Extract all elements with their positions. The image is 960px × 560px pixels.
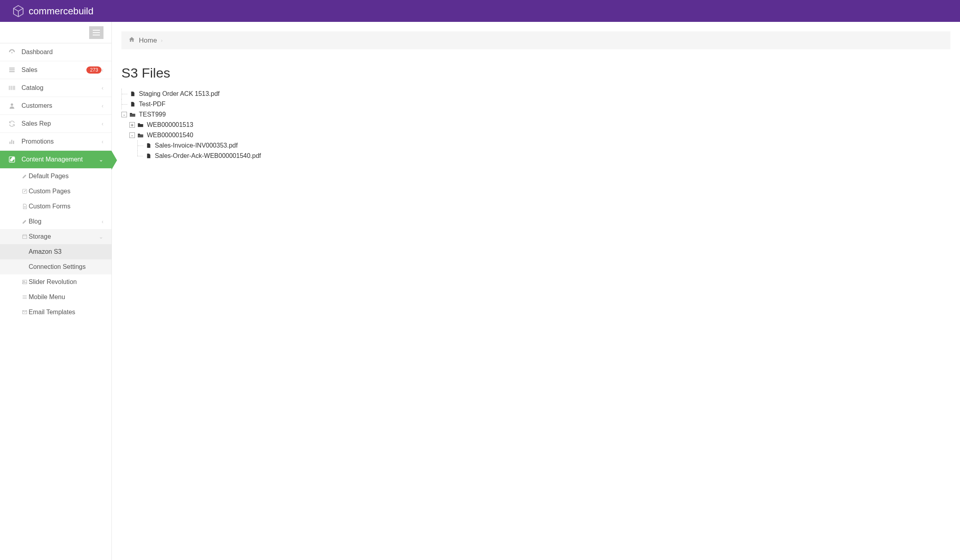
subnav-label: Custom Forms xyxy=(21,203,103,210)
nav-label: Catalog xyxy=(21,84,101,91)
tree-file[interactable]: Sales-Order-Ack-WEB000001540.pdf xyxy=(121,151,950,161)
tree-file[interactable]: Sales-Invoice-INV000353.pdf xyxy=(121,140,950,151)
nav-label: Content Management xyxy=(21,156,99,163)
svg-rect-8 xyxy=(11,86,12,90)
subnav-label: Mobile Menu xyxy=(21,294,103,301)
chevron-left-icon: ‹ xyxy=(101,138,103,145)
pencil-icon xyxy=(21,218,28,225)
subsubnav-amazon-s3[interactable]: Amazon S3 xyxy=(0,244,111,259)
tree-file[interactable]: Staging Order ACK 1513.pdf xyxy=(121,89,950,99)
svg-rect-6 xyxy=(9,86,10,90)
svg-rect-7 xyxy=(10,86,11,90)
home-icon[interactable] xyxy=(129,36,135,45)
tree-file[interactable]: Test-PDF xyxy=(121,99,950,109)
subnav-custom-forms[interactable]: Custom Forms xyxy=(0,199,111,214)
subnav-mobile-menu[interactable]: Mobile Menu xyxy=(0,290,111,305)
subsubnav-connection-settings[interactable]: Connection Settings xyxy=(0,259,111,274)
svg-rect-9 xyxy=(12,86,13,90)
tree-folder[interactable]: - WEB000001540 xyxy=(121,130,950,140)
folder-open-icon xyxy=(129,111,136,118)
tree-label: Test-PDF xyxy=(139,101,166,108)
brand-text: commercebuild xyxy=(29,6,94,17)
tree-collapse-button[interactable]: - xyxy=(121,112,127,117)
file-icon xyxy=(129,91,136,97)
sidebar-item-customers[interactable]: Customers ‹ xyxy=(0,97,111,115)
mail-icon xyxy=(21,309,28,315)
chevron-left-icon: ‹ xyxy=(101,85,103,91)
tree-collapse-button[interactable]: - xyxy=(129,132,135,138)
cube-icon xyxy=(11,4,25,18)
user-icon xyxy=(8,102,16,110)
sidebar-item-catalog[interactable]: Catalog ‹ xyxy=(0,79,111,97)
subnav-blog[interactable]: Blog ‹ xyxy=(0,214,111,229)
svg-rect-4 xyxy=(9,70,15,70)
svg-rect-10 xyxy=(13,86,14,90)
content-submenu: Default Pages Custom Pages Custom Forms … xyxy=(0,169,111,320)
svg-rect-25 xyxy=(23,298,27,299)
svg-rect-11 xyxy=(14,86,15,90)
nav-label: Sales xyxy=(21,66,83,74)
folder-open-icon xyxy=(137,132,144,138)
sidebar-top xyxy=(0,22,111,43)
tree-label: Sales-Invoice-INV000353.pdf xyxy=(155,142,238,149)
chevron-left-icon: ‹ xyxy=(101,67,103,73)
tree-folder[interactable]: - TEST999 xyxy=(121,109,950,120)
svg-rect-3 xyxy=(9,68,15,68)
menu-icon xyxy=(21,294,28,300)
file-icon xyxy=(129,101,136,107)
chevron-down-icon: ⌄ xyxy=(99,233,103,240)
edit-icon xyxy=(8,156,16,163)
sidebar-item-promotions[interactable]: Promotions ‹ xyxy=(0,133,111,151)
svg-rect-24 xyxy=(23,297,27,297)
subsubnav-label: Connection Settings xyxy=(29,263,86,270)
file-icon xyxy=(145,153,152,159)
nav-label: Sales Rep xyxy=(21,120,101,127)
storage-submenu: Amazon S3 Connection Settings xyxy=(0,244,111,274)
main-content: Home › S3 Files Staging Order ACK 1513.p… xyxy=(112,22,960,560)
app-header: commercebuild xyxy=(0,0,960,22)
image-icon xyxy=(21,279,28,285)
breadcrumb-home[interactable]: Home xyxy=(139,37,157,45)
svg-rect-5 xyxy=(9,71,15,72)
svg-rect-20 xyxy=(23,236,27,239)
breadcrumb: Home › xyxy=(121,31,950,49)
chevron-left-icon: ‹ xyxy=(101,103,103,109)
subnav-default-pages[interactable]: Default Pages xyxy=(0,169,111,184)
folder-icon xyxy=(137,122,144,128)
tree-expand-button[interactable]: + xyxy=(129,122,135,128)
subnav-slider-revolution[interactable]: Slider Revolution xyxy=(0,274,111,290)
subnav-label: Blog xyxy=(21,218,101,225)
subnav-label: Custom Pages xyxy=(21,188,103,195)
tree-label: WEB000001513 xyxy=(147,121,193,128)
subnav-storage[interactable]: Storage ⌄ xyxy=(0,229,111,244)
subnav-email-templates[interactable]: Email Templates xyxy=(0,305,111,320)
page-title: S3 Files xyxy=(121,65,950,81)
sidebar-item-salesrep[interactable]: Sales Rep ‹ xyxy=(0,115,111,133)
chevron-left-icon: ‹ xyxy=(101,218,103,225)
brand-logo[interactable]: commercebuild xyxy=(11,4,94,18)
nav-label: Dashboard xyxy=(21,49,103,56)
sidebar: Dashboard Sales 273 ‹ Catalog ‹ Customer… xyxy=(0,22,112,560)
nav-label: Customers xyxy=(21,102,101,109)
file-tree: Staging Order ACK 1513.pdf Test-PDF - TE… xyxy=(121,89,950,161)
sidebar-item-sales[interactable]: Sales 273 ‹ xyxy=(0,61,111,79)
doc-icon xyxy=(21,203,28,210)
tree-folder[interactable]: + WEB000001513 xyxy=(121,120,950,130)
subnav-label: Default Pages xyxy=(21,173,103,180)
svg-point-2 xyxy=(12,52,13,53)
tree-label: Sales-Order-Ack-WEB000001540.pdf xyxy=(155,152,261,159)
box-icon xyxy=(21,233,28,240)
barcode-icon xyxy=(8,84,16,92)
subnav-label: Storage xyxy=(21,233,99,240)
sidebar-item-dashboard[interactable]: Dashboard xyxy=(0,43,111,61)
nav-list: Dashboard Sales 273 ‹ Catalog ‹ Customer… xyxy=(0,43,111,169)
pencil-icon xyxy=(21,173,28,179)
svg-point-12 xyxy=(11,103,13,106)
sidebar-toggle-button[interactable] xyxy=(89,26,103,39)
tree-label: WEB000001540 xyxy=(147,132,193,139)
sidebar-item-content-management[interactable]: Content Management ⌄ xyxy=(0,151,111,169)
subnav-label: Email Templates xyxy=(21,309,103,316)
svg-rect-15 xyxy=(13,141,14,144)
svg-rect-14 xyxy=(12,140,12,144)
subnav-custom-pages[interactable]: Custom Pages xyxy=(0,184,111,199)
